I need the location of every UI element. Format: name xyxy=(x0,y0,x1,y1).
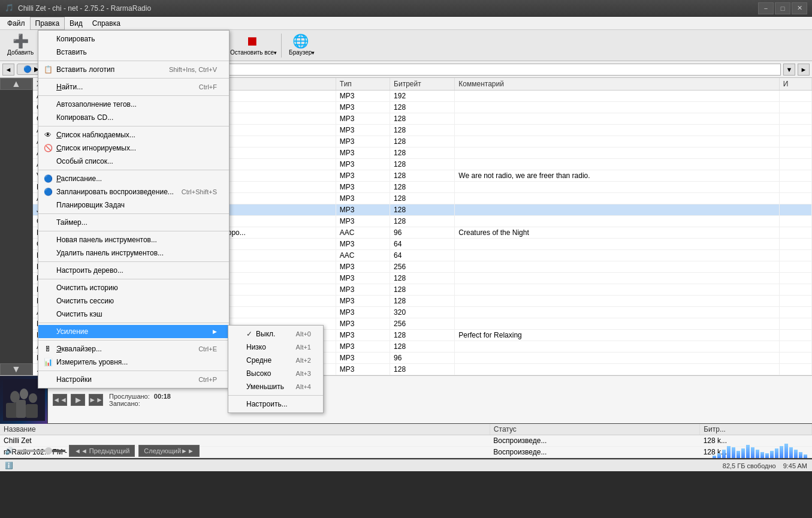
menu-view[interactable]: Вид xyxy=(65,17,87,30)
play-dot: 🔵 xyxy=(23,65,32,73)
cell-type: MP3 xyxy=(336,307,390,318)
menu-copy[interactable]: Копировать xyxy=(38,32,229,46)
menu-edit[interactable]: Правка xyxy=(30,17,65,30)
sep4 xyxy=(38,126,229,127)
cell-comment xyxy=(455,261,779,273)
menu-configure-tree[interactable]: Настроить дерево... xyxy=(38,264,229,277)
menu-clear-cache[interactable]: Очистить кэш xyxy=(38,308,229,321)
cell-bitrate: 128 xyxy=(390,204,455,216)
submenu-medium[interactable]: Средне Alt+2 xyxy=(228,354,323,367)
cell-bitrate: 256 xyxy=(390,318,455,330)
playlist-col-name[interactable]: Название xyxy=(0,424,490,435)
col-index[interactable]: И xyxy=(779,78,811,91)
menu-del-toolbar[interactable]: Удалить панель инструментов... xyxy=(38,246,229,260)
menu-find[interactable]: Найти... Ctrl+F xyxy=(38,80,229,94)
menu-new-toolbar[interactable]: Новая панель инструментов... xyxy=(38,233,229,246)
playlist-col-bitrate[interactable]: Битр... xyxy=(700,424,812,435)
menu-clear-history[interactable]: Очистить историю xyxy=(38,281,229,294)
menu-autofill[interactable]: Автозаполнение тегов... xyxy=(38,98,229,111)
minimize-button[interactable]: − xyxy=(758,2,774,14)
col-type[interactable]: Тип xyxy=(336,78,390,91)
off-label: Выкл. xyxy=(256,330,275,338)
submenu-off[interactable]: ✓ Выкл. Alt+0 xyxy=(228,327,323,341)
cell-index xyxy=(779,341,811,353)
add-button[interactable]: ➕ Добавить xyxy=(2,32,38,59)
cell-index xyxy=(779,91,811,102)
playlist-status: Воспроизведе... xyxy=(490,447,699,458)
menu-paste[interactable]: Вставить xyxy=(38,46,229,59)
menu-timer[interactable]: Таймер... xyxy=(38,216,229,229)
cell-type: MP3 xyxy=(336,170,390,182)
url-back-btn[interactable]: ◄ xyxy=(2,64,14,76)
cell-comment xyxy=(455,136,779,147)
stop-all-button[interactable]: ⏹ Остановить все ▼ xyxy=(225,32,279,59)
sep8 xyxy=(38,261,229,262)
cell-index xyxy=(779,227,811,239)
browser-label: Браузер xyxy=(289,49,312,56)
submenu-configure[interactable]: Настроить... xyxy=(228,397,323,411)
menubar: Файл Правка Вид Справка xyxy=(0,17,812,30)
medium-shortcut: Alt+2 xyxy=(296,357,311,364)
sidebar-down-btn[interactable]: ▼ xyxy=(0,363,32,375)
cell-comment xyxy=(455,239,779,250)
submenu-high[interactable]: Высоко Alt+3 xyxy=(228,367,323,380)
cell-type: MP3 xyxy=(336,182,390,193)
app-icon: 🎵 xyxy=(5,4,14,13)
submenu-low[interactable]: Низко Alt+1 xyxy=(228,341,323,354)
new-toolbar-label: Новая панель инструментов... xyxy=(56,236,157,244)
menu-clear-session[interactable]: Очистить сессию xyxy=(38,294,229,308)
menu-special-list[interactable]: Особый список... xyxy=(38,155,229,168)
menu-help[interactable]: Справка xyxy=(87,17,125,30)
cell-type: MP3 xyxy=(336,204,390,216)
close-button[interactable]: ✕ xyxy=(792,2,807,14)
menu-schedule[interactable]: 🔵 Расписание... xyxy=(38,172,229,185)
cell-type: MP3 xyxy=(336,147,390,159)
play-pause-button[interactable]: ▶ xyxy=(71,394,85,406)
menu-file[interactable]: Файл xyxy=(2,17,30,30)
cell-type: AAC xyxy=(336,227,390,239)
menu-copy-cd[interactable]: Копировать CD... xyxy=(38,111,229,124)
next-nav-button[interactable]: Следующий► ► xyxy=(138,445,200,457)
playlist-col-status[interactable]: Статус xyxy=(490,424,699,435)
cell-bitrate: 128 xyxy=(390,170,455,182)
level-label: Измеритель уровня... xyxy=(56,358,128,366)
cell-comment xyxy=(455,113,779,125)
cell-bitrate: 128 xyxy=(390,284,455,296)
submenu-decrease[interactable]: Уменьшить Alt+4 xyxy=(228,380,323,393)
spectrum-bar xyxy=(713,456,716,458)
menu-settings[interactable]: Настройки Ctrl+P xyxy=(38,373,229,386)
sidebar-up-btn[interactable]: ▲ xyxy=(0,78,32,90)
volume-knob[interactable] xyxy=(45,447,52,454)
prev-button[interactable]: ◄◄ xyxy=(53,394,67,406)
menu-task-scheduler[interactable]: Планировщик Задач xyxy=(38,198,229,212)
browser-button[interactable]: 🌐 Браузер ▼ xyxy=(284,32,316,59)
cell-type: MP3 xyxy=(336,296,390,307)
low-shortcut: Alt+1 xyxy=(296,344,311,351)
menu-equalizer[interactable]: 🎚 Эквалайзер... Ctrl+E xyxy=(38,342,229,356)
maximize-button[interactable]: □ xyxy=(775,2,790,14)
volume-slider[interactable] xyxy=(17,450,65,452)
menu-paste-logo[interactable]: 📋 Вставить логотип Shift+Ins, Ctrl+V xyxy=(38,63,229,76)
spectrum-bar xyxy=(784,444,788,458)
menu-plan-play[interactable]: 🔵 Запланировать воспроизведение... Ctrl+… xyxy=(38,185,229,198)
prev-nav-button[interactable]: ◄ ◄ Предыдущий xyxy=(69,445,135,457)
menu-amplify[interactable]: Усиление xyxy=(38,325,229,338)
spectrum-bar xyxy=(746,445,750,458)
menu-ignored-list[interactable]: 🚫 Список игнорируемых... xyxy=(38,141,229,155)
url-forward-btn[interactable]: ► xyxy=(798,64,810,76)
sep2 xyxy=(38,78,229,79)
cell-comment xyxy=(455,284,779,296)
ignored-icon: 🚫 xyxy=(43,143,53,153)
col-comment[interactable]: Комментарий xyxy=(455,78,779,91)
next-button[interactable]: ►► xyxy=(89,394,103,406)
paste-label: Вставить xyxy=(56,48,87,56)
cell-bitrate: 128 xyxy=(390,136,455,147)
equalizer-icon: 🎚 xyxy=(43,344,53,354)
col-bitrate[interactable]: Битрейт xyxy=(390,78,455,91)
sep1 xyxy=(38,61,229,61)
url-dropdown-btn[interactable]: ▼ xyxy=(783,64,795,76)
url-input[interactable] xyxy=(139,64,781,76)
cell-comment xyxy=(455,125,779,136)
menu-level-meter[interactable]: 📊 Измеритель уровня... xyxy=(38,356,229,369)
menu-watched-list[interactable]: 👁 Список наблюдаемых... xyxy=(38,128,229,141)
